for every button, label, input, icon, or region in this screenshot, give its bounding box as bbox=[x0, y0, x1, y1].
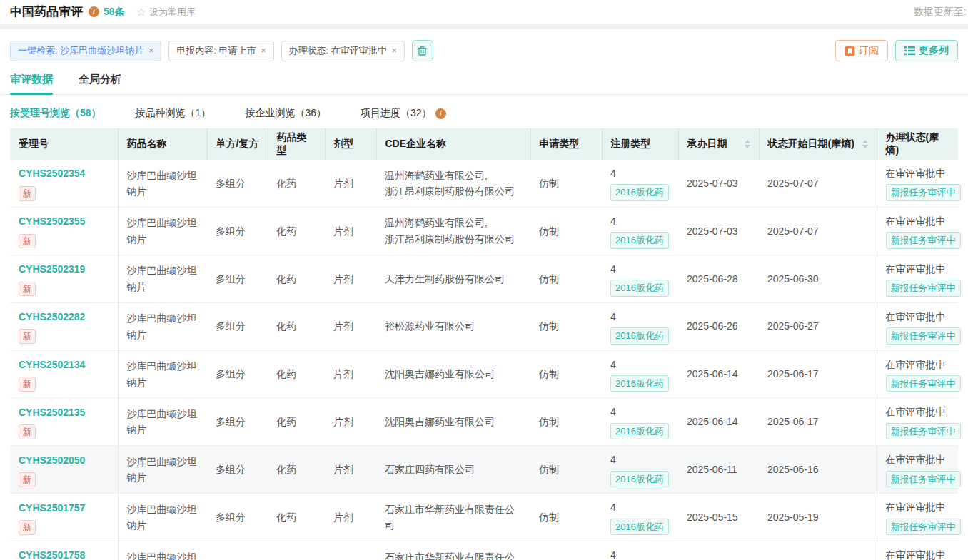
cell-drug-type: 化药 bbox=[268, 255, 325, 302]
close-icon[interactable]: × bbox=[392, 46, 397, 56]
table-row[interactable]: CYHS2502319 新 沙库巴曲缬沙坦钠片 多组分 化药 片剂 天津力生制药… bbox=[10, 255, 958, 302]
cell-drug-type: 化药 bbox=[268, 350, 325, 398]
close-icon[interactable]: × bbox=[261, 46, 266, 56]
col-status-start-date: 状态开始日期(摩熵) bbox=[759, 128, 877, 160]
cell-accept-date: 2025-06-11 bbox=[678, 446, 759, 494]
new-badge: 新 bbox=[19, 329, 36, 344]
acceptance-no-link[interactable]: CYHS2501758 bbox=[19, 547, 109, 560]
cell-registration-type: 4 2016版化药 bbox=[602, 207, 678, 255]
table-header-row: 受理号 药品名称 单方/复方 药品类型 剂型 CDE企业名称 申请类型 注册类型… bbox=[10, 128, 958, 160]
page-title: 中国药品审评 bbox=[10, 4, 83, 20]
registration-number: 4 bbox=[610, 261, 670, 277]
cell-dosage-form: 片剂 bbox=[325, 207, 376, 255]
close-icon[interactable]: × bbox=[148, 46, 153, 56]
status-text: 在审评审批中 bbox=[886, 547, 950, 560]
acceptance-no-link[interactable]: CYHS2501757 bbox=[19, 500, 109, 516]
cell-company: 温州海鹤药业有限公司, 浙江昂利康制药股份有限公司 bbox=[376, 207, 530, 255]
acceptance-no-link[interactable]: CYHS2502134 bbox=[19, 357, 109, 372]
cell-accept-date: 2025-07-03 bbox=[678, 160, 759, 207]
cell-composition: 多组分 bbox=[207, 160, 268, 207]
status-text: 在审评审批中 bbox=[886, 309, 950, 325]
table-row[interactable]: CYHS2502134 新 沙库巴曲缬沙坦钠片 多组分 化药 片剂 沈阳奥吉娜药… bbox=[10, 350, 958, 398]
cell-application-type: 仿制 bbox=[530, 207, 602, 255]
cell-composition: 多组分 bbox=[207, 398, 268, 446]
sort-icon[interactable] bbox=[862, 140, 868, 148]
cell-acceptance-no: CYHS2502134 新 bbox=[10, 350, 118, 398]
registration-number: 4 bbox=[610, 452, 670, 467]
more-columns-button[interactable]: 更多列 bbox=[895, 40, 958, 61]
subscribe-label: 订阅 bbox=[859, 44, 879, 57]
table-row[interactable]: CYHS2501757 新 沙库巴曲缬沙坦钠片 多组分 化药 片剂 石家庄市华新… bbox=[10, 494, 958, 541]
cell-status-date: 2025-06-17 bbox=[759, 398, 877, 446]
table-row[interactable]: CYHS2502135 新 沙库巴曲缬沙坦钠片 多组分 化药 片剂 沈阳奥吉娜药… bbox=[10, 398, 958, 446]
cell-status-date: 2025-07-07 bbox=[759, 207, 877, 255]
sort-icon[interactable] bbox=[745, 140, 750, 148]
new-badge: 新 bbox=[19, 472, 36, 487]
cell-composition: 多组分 bbox=[207, 541, 268, 560]
status-text: 在审评审批中 bbox=[886, 166, 950, 181]
cell-processing-status: 在审评审批中 新报任务审评中 bbox=[877, 541, 958, 560]
cell-status-date: 2025-06-16 bbox=[759, 446, 877, 494]
cell-dosage-form: 片剂 bbox=[325, 494, 376, 541]
subscribe-button[interactable]: 订阅 bbox=[835, 40, 888, 61]
col-company: CDE企业名称 bbox=[376, 128, 530, 160]
filter-tag-declaration[interactable]: 申报内容: 申请上市 × bbox=[168, 41, 273, 61]
cell-registration-type: 4 2016版化药 bbox=[602, 255, 678, 302]
status-badge: 新报任务审评中 bbox=[886, 184, 961, 201]
acceptance-no-link[interactable]: CYHS2502282 bbox=[19, 309, 109, 325]
topbar: 中国药品审评 i 58条 ☆ 设为常用库 数据更新至: bbox=[0, 0, 968, 24]
table-row[interactable]: CYHS2501758 新 沙库巴曲缬沙坦钠片 多组分 化药 片剂 石家庄市华新… bbox=[10, 541, 958, 560]
cell-registration-type: 4 2016版化药 bbox=[602, 398, 678, 446]
tab-global-analysis[interactable]: 全局分析 bbox=[79, 73, 121, 94]
cell-status-date: 2025-05-19 bbox=[759, 494, 877, 541]
more-columns-label: 更多列 bbox=[919, 44, 949, 57]
subtab-by-acceptance-no[interactable]: 按受理号浏览（58） bbox=[10, 107, 101, 120]
cell-dosage-form: 片剂 bbox=[325, 255, 376, 302]
cell-status-date: 2025-06-27 bbox=[759, 302, 877, 350]
cell-accept-date: 2025-06-28 bbox=[678, 255, 759, 302]
status-badge: 新报任务审评中 bbox=[886, 280, 961, 297]
table-row[interactable]: CYHS2502050 新 沙库巴曲缬沙坦钠片 多组分 化药 片剂 石家庄四药有… bbox=[10, 446, 958, 494]
col-drug-type: 药品类型 bbox=[268, 128, 325, 160]
table-row[interactable]: CYHS2502282 新 沙库巴曲缬沙坦钠片 多组分 化药 片剂 裕松源药业有… bbox=[10, 302, 958, 350]
tab-review-data[interactable]: 审评数据 bbox=[10, 73, 53, 94]
new-badge: 新 bbox=[19, 186, 36, 201]
clear-filters-button[interactable] bbox=[412, 40, 433, 61]
cell-dosage-form: 片剂 bbox=[325, 350, 376, 398]
cell-company: 沈阳奥吉娜药业有限公司 bbox=[376, 350, 530, 398]
info-icon[interactable]: i bbox=[435, 108, 446, 119]
table-row[interactable]: CYHS2502355 新 沙库巴曲缬沙坦钠片 多组分 化药 片剂 温州海鹤药业… bbox=[10, 207, 958, 255]
cell-accept-date: 2025-06-14 bbox=[678, 398, 759, 446]
results-table: 受理号 药品名称 单方/复方 药品类型 剂型 CDE企业名称 申请类型 注册类型… bbox=[10, 128, 958, 560]
acceptance-no-link[interactable]: CYHS2502354 bbox=[19, 166, 109, 181]
set-favorite-button[interactable]: ☆ 设为常用库 bbox=[136, 6, 196, 19]
cell-acceptance-no: CYHS2502050 新 bbox=[10, 446, 118, 494]
subtab-project-progress[interactable]: 项目进度（32） i bbox=[361, 107, 446, 120]
cell-dosage-form: 片剂 bbox=[325, 446, 376, 494]
cell-application-type: 仿制 bbox=[530, 398, 602, 446]
cell-drug-type: 化药 bbox=[268, 446, 325, 494]
filter-tag-keyword[interactable]: 一键检索: 沙库巴曲缬沙坦钠片 × bbox=[10, 41, 161, 61]
subtab-by-variety[interactable]: 按品种浏览（1） bbox=[136, 107, 211, 120]
acceptance-no-link[interactable]: CYHS2502050 bbox=[19, 452, 109, 468]
info-icon[interactable]: i bbox=[89, 6, 99, 17]
cell-composition: 多组分 bbox=[207, 255, 268, 302]
filter-tag-status[interactable]: 办理状态: 在审评审批中 × bbox=[281, 41, 405, 61]
cell-composition: 多组分 bbox=[207, 350, 268, 398]
cell-processing-status: 在审评审批中 新报任务审评中 bbox=[877, 350, 958, 398]
cell-drug-name: 沙库巴曲缬沙坦钠片 bbox=[118, 350, 207, 398]
status-badge: 新报任务审评中 bbox=[886, 232, 961, 249]
cell-drug-name: 沙库巴曲缬沙坦钠片 bbox=[118, 160, 207, 207]
cell-registration-type: 4 2016版化药 bbox=[602, 350, 678, 398]
acceptance-no-link[interactable]: CYHS2502319 bbox=[19, 261, 109, 277]
cell-company: 石家庄市华新药业有限责任公司 bbox=[376, 541, 530, 560]
cell-application-type: 仿制 bbox=[530, 160, 602, 207]
cell-application-type: 仿制 bbox=[530, 541, 602, 560]
acceptance-no-link[interactable]: CYHS2502355 bbox=[19, 213, 109, 229]
cell-accept-date: 2025-06-26 bbox=[678, 302, 759, 350]
cell-status-date: 2025-05-19 bbox=[759, 541, 877, 560]
status-text: 在审评审批中 bbox=[886, 261, 950, 277]
subtab-by-company[interactable]: 按企业浏览（36） bbox=[245, 107, 326, 120]
acceptance-no-link[interactable]: CYHS2502135 bbox=[19, 404, 109, 420]
table-row[interactable]: CYHS2502354 新 沙库巴曲缬沙坦钠片 多组分 化药 片剂 温州海鹤药业… bbox=[10, 160, 958, 207]
